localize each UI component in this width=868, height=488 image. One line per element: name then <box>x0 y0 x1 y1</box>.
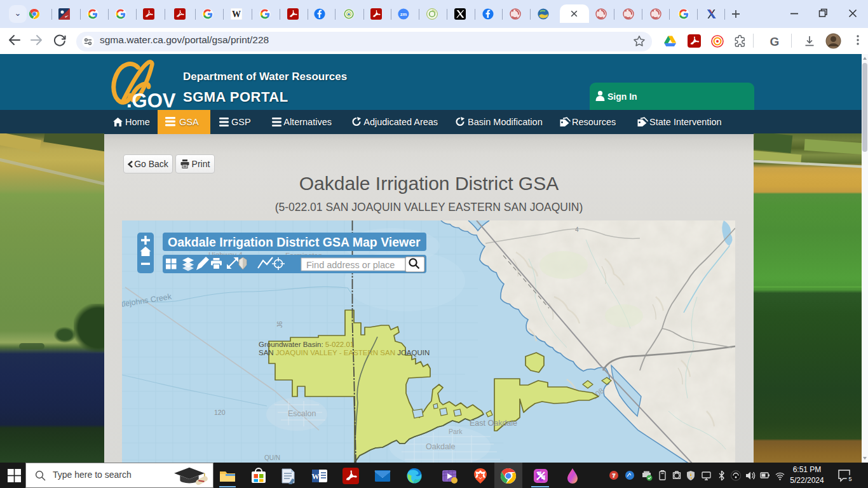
svg-text:Oakdale Irrigation District GS: Oakdale Irrigation District GSA Map View… <box>168 235 421 249</box>
svg-text:7: 7 <box>613 473 616 478</box>
svg-text:120: 120 <box>214 409 226 416</box>
svg-text:zm: zm <box>400 11 407 17</box>
svg-text:5: 5 <box>848 476 851 482</box>
svg-text:SAN JOAQUIN VALLEY - EASTERN S: SAN JOAQUIN VALLEY - EASTERN SAN JOAQUIN <box>259 349 430 356</box>
svg-text:.GOV: .GOV <box>126 90 176 109</box>
svg-text:QU/N: QU/N <box>264 454 280 461</box>
svg-text:G: G <box>770 35 780 48</box>
svg-text:W: W <box>232 10 241 19</box>
svg-text:4: 4 <box>575 226 579 233</box>
svg-text:Park: Park <box>449 428 463 435</box>
svg-text:Escalon: Escalon <box>288 409 316 418</box>
svg-text:J6: J6 <box>276 321 283 328</box>
svg-text:Find address or place: Find address or place <box>306 260 395 270</box>
svg-text:Groundwater Basin: 5-022.01: Groundwater Basin: 5-022.01 <box>259 341 354 348</box>
svg-text:W: W <box>312 472 320 481</box>
svg-text:Oakdale: Oakdale <box>426 442 456 451</box>
svg-text:East Oakdale: East Oakdale <box>470 419 517 428</box>
